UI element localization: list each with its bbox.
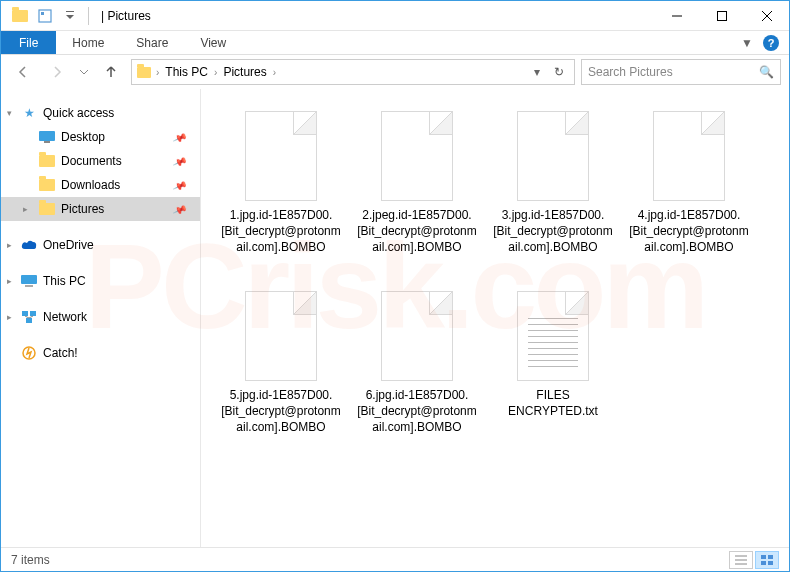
blank-file-icon (245, 111, 317, 201)
svg-rect-23 (768, 561, 773, 565)
sidebar-item-label: Documents (61, 154, 122, 168)
chevron-right-icon[interactable]: ▸ (7, 276, 12, 286)
chevron-right-icon[interactable]: ▸ (7, 312, 12, 322)
sidebar-item-label: Pictures (61, 202, 104, 216)
svg-rect-2 (66, 11, 74, 12)
tab-home[interactable]: Home (56, 31, 120, 54)
sidebar-item-pictures[interactable]: ▸ Pictures 📌 (1, 197, 200, 221)
forward-button[interactable] (43, 58, 71, 86)
help-icon[interactable]: ? (763, 35, 779, 51)
sidebar-item-downloads[interactable]: Downloads 📌 (1, 173, 200, 197)
chevron-right-icon[interactable]: ▸ (7, 240, 12, 250)
pc-icon (21, 273, 37, 289)
chevron-right-icon[interactable]: ▸ (23, 204, 28, 214)
svg-line-14 (25, 316, 29, 318)
text-file-icon (517, 291, 589, 381)
svg-rect-20 (761, 555, 766, 559)
folder-icon (39, 201, 55, 217)
qat-separator (88, 7, 89, 25)
blank-file-icon (653, 111, 725, 201)
maximize-button[interactable] (699, 1, 744, 31)
details-view-button[interactable] (729, 551, 753, 569)
file-list[interactable]: 1.jpg.id-1E857D00.[Bit_decrypt@protonmai… (201, 89, 789, 547)
address-box[interactable]: › This PC › Pictures › ▾ ↻ (131, 59, 575, 85)
file-item[interactable]: 5.jpg.id-1E857D00.[Bit_decrypt@protonmai… (213, 287, 349, 467)
svg-rect-13 (26, 318, 32, 323)
refresh-icon[interactable]: ↻ (548, 65, 570, 79)
network-icon (21, 309, 37, 325)
title-bar: | Pictures (1, 1, 789, 31)
folder-icon (39, 153, 55, 169)
search-input[interactable]: Search Pictures 🔍 (581, 59, 781, 85)
file-name: FILES ENCRYPTED.txt (489, 387, 617, 419)
pin-icon: 📌 (172, 130, 187, 144)
svg-rect-10 (25, 285, 33, 287)
tab-view[interactable]: View (184, 31, 242, 54)
close-button[interactable] (744, 1, 789, 31)
svg-rect-12 (30, 311, 36, 316)
sidebar-item-label: This PC (43, 274, 86, 288)
sidebar-item-onedrive[interactable]: ▸ OneDrive (1, 233, 200, 257)
sidebar-item-label: OneDrive (43, 238, 94, 252)
file-name: 5.jpg.id-1E857D00.[Bit_decrypt@protonmai… (217, 387, 345, 436)
icons-view-button[interactable] (755, 551, 779, 569)
properties-icon[interactable] (34, 5, 56, 27)
chevron-right-icon[interactable]: › (214, 67, 217, 78)
desktop-icon (39, 129, 55, 145)
file-item[interactable]: 3.jpg.id-1E857D00.[Bit_decrypt@protonmai… (485, 107, 621, 287)
item-count: 7 items (11, 553, 50, 567)
search-icon: 🔍 (759, 65, 774, 79)
sidebar-item-desktop[interactable]: Desktop 📌 (1, 125, 200, 149)
minimize-button[interactable] (654, 1, 699, 31)
file-item[interactable]: FILES ENCRYPTED.txt (485, 287, 621, 467)
sidebar-item-quick-access[interactable]: ▾ ★ Quick access (1, 101, 200, 125)
sidebar-item-label: Desktop (61, 130, 105, 144)
sidebar-item-this-pc[interactable]: ▸ This PC (1, 269, 200, 293)
back-button[interactable] (9, 58, 37, 86)
file-name: 6.jpg.id-1E857D00.[Bit_decrypt@protonmai… (353, 387, 481, 436)
chevron-right-icon[interactable]: › (273, 67, 276, 78)
folder-icon (39, 177, 55, 193)
breadcrumb-pictures[interactable]: Pictures (221, 65, 268, 79)
svg-rect-8 (44, 141, 50, 143)
file-item[interactable]: 6.jpg.id-1E857D00.[Bit_decrypt@protonmai… (349, 287, 485, 467)
pin-icon: 📌 (172, 154, 187, 168)
sidebar-item-label: Catch! (43, 346, 78, 360)
file-item[interactable]: 2.jpeg.id-1E857D00.[Bit_decrypt@protonma… (349, 107, 485, 287)
chevron-right-icon[interactable]: › (156, 67, 159, 78)
svg-rect-22 (761, 561, 766, 565)
file-item[interactable]: 1.jpg.id-1E857D00.[Bit_decrypt@protonmai… (213, 107, 349, 287)
file-name: 3.jpg.id-1E857D00.[Bit_decrypt@protonmai… (489, 207, 617, 256)
search-placeholder: Search Pictures (588, 65, 753, 79)
file-tab[interactable]: File (1, 31, 56, 54)
svg-rect-9 (21, 275, 37, 284)
sidebar-item-documents[interactable]: Documents 📌 (1, 149, 200, 173)
svg-rect-21 (768, 555, 773, 559)
blank-file-icon (381, 111, 453, 201)
sidebar-item-label: Quick access (43, 106, 114, 120)
file-name: 2.jpeg.id-1E857D00.[Bit_decrypt@protonma… (353, 207, 481, 256)
blank-file-icon (517, 111, 589, 201)
explorer-icon[interactable] (9, 5, 31, 27)
catch-icon (21, 345, 37, 361)
svg-rect-0 (39, 10, 51, 22)
ribbon-expand-icon[interactable]: ▼ (741, 36, 753, 50)
tab-share[interactable]: Share (120, 31, 184, 54)
file-name: 1.jpg.id-1E857D00.[Bit_decrypt@protonmai… (217, 207, 345, 256)
status-bar: 7 items (1, 547, 789, 571)
address-dropdown-icon[interactable]: ▾ (528, 65, 546, 79)
recent-dropdown-icon[interactable] (77, 58, 91, 86)
breadcrumb-this-pc[interactable]: This PC (163, 65, 210, 79)
svg-line-15 (29, 316, 33, 318)
svg-rect-7 (39, 131, 55, 141)
sidebar-item-network[interactable]: ▸ Network (1, 305, 200, 329)
file-item[interactable]: 4.jpg.id-1E857D00.[Bit_decrypt@protonmai… (621, 107, 757, 287)
pin-icon: 📌 (172, 178, 187, 192)
up-button[interactable] (97, 58, 125, 86)
svg-rect-11 (22, 311, 28, 316)
chevron-down-icon[interactable]: ▾ (7, 108, 12, 118)
qat-dropdown-icon[interactable] (59, 5, 81, 27)
address-bar-row: › This PC › Pictures › ▾ ↻ Search Pictur… (1, 55, 789, 89)
sidebar-item-catch[interactable]: Catch! (1, 341, 200, 365)
star-icon: ★ (21, 105, 37, 121)
